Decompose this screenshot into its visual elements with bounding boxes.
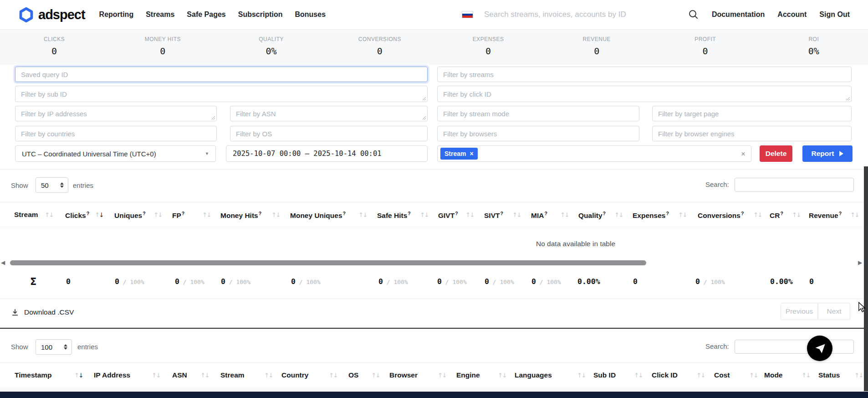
sort-icon[interactable]: ↑↓ [438, 372, 447, 379]
t1-col-uniques[interactable]: Uniques? [114, 211, 146, 220]
sort-icon[interactable]: ↑↓ [264, 372, 274, 379]
sort-icon[interactable]: ↑↓ [420, 211, 429, 218]
t2-col-languages[interactable]: Languages [515, 371, 552, 379]
filter-streams-input[interactable] [437, 67, 852, 82]
tag-remove-icon[interactable]: × [470, 150, 473, 157]
search-icon[interactable] [688, 9, 699, 20]
nav-item-reporting[interactable]: Reporting [99, 10, 134, 19]
t2-col-asn[interactable]: ASN [172, 371, 187, 379]
sort-icon[interactable]: ↑↓ [153, 211, 163, 218]
t1-col-expenses[interactable]: Expenses? [633, 211, 669, 220]
sort-icon[interactable]: ↑↓ [512, 211, 522, 218]
date-range-input[interactable] [226, 145, 428, 162]
table2-search-input[interactable] [735, 340, 854, 354]
filter-countries-input[interactable] [15, 126, 217, 141]
sort-icon[interactable]: ↑↓ [74, 372, 84, 379]
t2-col-ip-address[interactable]: IP Address [94, 371, 130, 379]
nav-link-documentation[interactable]: Documentation [712, 10, 765, 19]
report-button[interactable]: Report [802, 145, 853, 162]
adspect-logo[interactable]: adspect [19, 7, 85, 22]
sort-icon[interactable]: ↑↓ [45, 211, 54, 218]
nav-link-sign-out[interactable]: Sign Out [819, 10, 850, 19]
t1-col-fp[interactable]: FP? [172, 211, 184, 220]
sort-icon[interactable]: ↑↓ [854, 372, 864, 379]
sort-icon[interactable]: ↑↓ [465, 211, 475, 218]
t1-col-money-uniques[interactable]: Money Uniques? [290, 211, 346, 220]
sort-icon[interactable]: ↑↓ [753, 211, 763, 218]
sort-icon[interactable]: ↑↓ [560, 211, 570, 218]
sort-icon[interactable]: ↑↓ [749, 372, 759, 379]
table1-search-input[interactable] [735, 178, 854, 192]
nav-item-safe-pages[interactable]: Safe Pages [187, 10, 225, 19]
nav-link-account[interactable]: Account [777, 10, 807, 19]
filter-click-id-input[interactable] [437, 86, 852, 102]
t1-col-clicks[interactable]: Clicks? [65, 211, 89, 220]
t1-col-quality[interactable]: Quality? [578, 211, 606, 220]
previous-button[interactable]: Previous [781, 303, 818, 320]
sort-icon[interactable]: ↑↓ [577, 372, 587, 379]
t2-col-country[interactable]: Country [281, 371, 308, 379]
t1-col-conversions[interactable]: Conversions? [698, 211, 744, 220]
sort-icon[interactable]: ↑↓ [802, 372, 811, 379]
scroll-left-icon[interactable]: ◀ [1, 259, 5, 266]
t1-col-money-hits[interactable]: Money Hits? [220, 211, 261, 220]
t2-col-os[interactable]: OS [348, 371, 358, 379]
t2-col-mode[interactable]: Mode [764, 371, 782, 379]
sort-icon[interactable]: ↑↓ [202, 211, 212, 218]
t1-col-revenue[interactable]: Revenue? [809, 211, 842, 220]
sort-icon[interactable]: ↑↓ [152, 372, 161, 379]
scroll-right-icon[interactable]: ▶ [858, 259, 862, 266]
global-search-input[interactable] [484, 10, 677, 19]
multiselect-clear-icon[interactable]: × [741, 150, 745, 158]
next-button[interactable]: Next [818, 303, 850, 320]
t2-col-status[interactable]: Status [818, 371, 840, 379]
sort-icon[interactable]: ↑↓ [498, 372, 507, 379]
nav-item-bonuses[interactable]: Bonuses [295, 10, 326, 19]
download-csv-button[interactable]: Download .CSV [11, 308, 74, 316]
sort-icon[interactable]: ↑↓ [850, 211, 860, 218]
filter-saved-query-input[interactable] [15, 67, 428, 82]
filter-engines-input[interactable] [652, 126, 852, 141]
t2-col-cost[interactable]: Cost [714, 371, 730, 379]
t1-col-mia[interactable]: MIA? [531, 211, 547, 220]
group-by-multiselect[interactable]: Stream × × [437, 145, 751, 162]
filter-browsers-input[interactable] [437, 126, 639, 141]
sort-icon[interactable]: ↑↓ [678, 211, 688, 218]
sort-icon[interactable]: ↑↓ [634, 372, 643, 379]
nav-item-streams[interactable]: Streams [146, 10, 174, 19]
filter-target-page-input[interactable] [652, 106, 852, 121]
t1-col-stream[interactable]: Stream [14, 211, 38, 219]
delete-button[interactable]: Delete [760, 145, 792, 162]
t2-col-timestamp[interactable]: Timestamp [15, 371, 52, 379]
t2-col-engine[interactable]: Engine [456, 371, 480, 379]
group-by-tag-stream[interactable]: Stream × [440, 148, 478, 160]
t2-col-browser[interactable]: Browser [389, 371, 418, 379]
page-size-select-table1[interactable]: 50 [36, 177, 68, 193]
telegram-button[interactable] [807, 336, 832, 361]
filter-stream-mode-input[interactable] [437, 106, 639, 121]
horizontal-scrollbar-thumb[interactable] [10, 260, 646, 265]
filter-asn-input[interactable] [230, 106, 428, 121]
t1-col-sivt[interactable]: SIVT? [484, 211, 503, 220]
sort-icon[interactable]: ↑↓ [95, 211, 104, 218]
t2-col-stream[interactable]: Stream [220, 371, 245, 379]
sort-icon[interactable]: ↑↓ [358, 211, 368, 218]
t2-col-click-id[interactable]: Click ID [652, 371, 678, 379]
sort-icon[interactable]: ↑↓ [329, 372, 338, 379]
sort-icon[interactable]: ↑↓ [200, 372, 210, 379]
timezone-select[interactable]: UTC – Coordinated Universal Time (UTC+0)… [15, 145, 216, 162]
sort-icon[interactable]: ↑↓ [614, 211, 624, 218]
filter-os-input[interactable] [230, 126, 428, 141]
sort-icon[interactable]: ↑↓ [271, 211, 281, 218]
t1-col-givt[interactable]: GIVT? [438, 211, 458, 220]
t1-col-safe-hits[interactable]: Safe Hits? [377, 211, 411, 220]
sort-icon[interactable]: ↑↓ [696, 372, 706, 379]
sort-icon[interactable]: ↑↓ [792, 211, 802, 218]
t1-col-cr[interactable]: CR? [770, 211, 783, 220]
filter-ip-input[interactable] [15, 106, 217, 121]
nav-item-subscription[interactable]: Subscription [238, 10, 283, 19]
page-size-select-table2[interactable]: 100 [36, 339, 72, 355]
filter-sub-id-input[interactable] [15, 86, 428, 102]
language-flag-russian-icon[interactable] [462, 11, 473, 18]
t2-col-sub-id[interactable]: Sub ID [593, 371, 616, 379]
